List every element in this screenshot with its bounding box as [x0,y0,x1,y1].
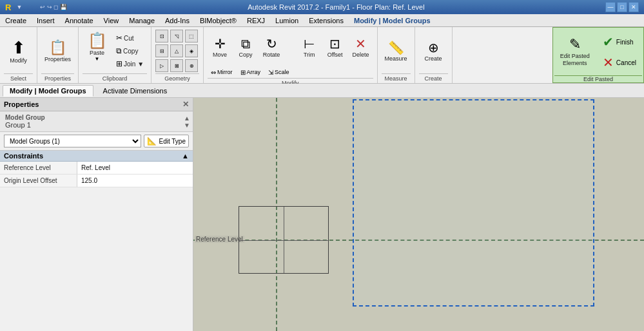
array-icon: ⊞ [240,69,246,76]
geo-btn-8[interactable]: ⊠ [170,59,183,72]
ribbon: ⬆ Modify Select 📋 Properties Properties … [0,27,644,84]
move-button[interactable]: ✛ Move [208,30,232,65]
finish-icon: ✔ [603,34,614,50]
constraints-header[interactable]: Constraints ▲ [0,151,193,162]
properties-button[interactable]: 📋 Properties [41,34,74,70]
left-rectangle [239,206,329,274]
tab-modify-model-groups[interactable]: Modify | Model Groups [3,85,93,97]
mirror-button[interactable]: ⇔ Mirror [208,66,236,78]
main-layout: Properties ✕ Model Group Group 1 ▲▼ Mode… [0,98,644,331]
menu-modify-model-groups[interactable]: Modify | Model Groups [349,14,436,26]
finish-button[interactable]: ✔ Finish [597,33,639,51]
menu-insert[interactable]: Insert [32,14,60,26]
canvas-area[interactable]: Reference Level [193,98,644,331]
measure-icon: 📏 [388,41,404,54]
menu-view[interactable]: View [99,14,124,26]
mirror-icon: ⇔ [211,69,216,76]
join-button[interactable]: ⊞ Join ▼ [113,58,147,70]
edit-type-icon: 📐 [147,137,157,146]
property-row-origin-level-offset: Origin Level Offset 125.0 [0,175,193,187]
cut-icon: ✂ [116,33,122,43]
menu-create[interactable]: Create [0,14,32,26]
copy-element-icon: ⧉ [241,37,250,50]
geo-btn-4[interactable]: ⊟ [155,44,168,57]
array-button[interactable]: ⊞ Array [237,66,264,78]
geo-btn-5[interactable]: △ [170,44,183,57]
type-info: Model Group Group 1 ▲▼ [0,111,193,132]
group-create: ⊕ Create Create [415,27,453,83]
group-geometry-label: Geometry [155,73,199,82]
tab-activate-dimensions[interactable]: Activate Dimensions [96,85,175,97]
prop-label-reference-level: Reference Level [0,162,77,174]
property-row-reference-level: Reference Level Ref. Level [0,162,193,175]
app-shell: R ▼ ↩ ↪ ◻ 💾 Autodesk Revit 2017.2 - Fami… [0,0,644,331]
geo-btn-6[interactable]: ◈ [185,44,198,57]
group-measure: 📏 Measure Measure [378,27,415,83]
offset-button[interactable]: ⊡ Offset [323,30,347,65]
menu-manage[interactable]: Manage [124,14,160,26]
geo-btn-1[interactable]: ⊡ [155,30,168,43]
group-select-label: Select [4,73,33,82]
group-clipboard: 📋 Paste ▼ ✂ Cut ⧉ Copy ⊞ Join ▼ [79,27,151,83]
app-logo: R [5,3,11,12]
menu-bar: Create Insert Annotate View Manage Add-I… [0,14,644,27]
menu-rexj[interactable]: REXJ [242,14,270,26]
copy-element-button[interactable]: ⧉ Copy [233,30,258,65]
menu-extensions[interactable]: Extensions [304,14,349,26]
copy-button[interactable]: ⧉ Copy [113,45,147,57]
prop-label-origin-level-offset: Origin Level Offset [0,175,77,187]
modify-button[interactable]: ⬆ Modify [4,34,33,70]
measure-button[interactable]: 📏 Measure [382,34,411,70]
maximize-btn[interactable]: □ [617,2,627,12]
group-geometry: ⊡ ◹ ⬚ ⊟ △ ◈ ▷ ⊠ ⊕ Geometry [151,27,204,83]
edit-type-button[interactable]: 📐 Edit Type [144,135,189,147]
properties-close-btn[interactable]: ✕ [182,100,189,109]
reference-level-label: Reference Level [195,236,244,243]
instance-name: Group 1 [5,121,188,129]
group-properties-label: Properties [41,73,74,82]
edit-pasted-elements-button[interactable]: ✎ Edit PastedElements [554,29,596,75]
geo-btn-2[interactable]: ◹ [170,30,183,43]
delete-button[interactable]: ✕ Delete [349,30,373,65]
rotate-icon: ↻ [266,37,277,50]
create-icon: ⊕ [428,41,439,54]
group-modify: ✛ Move ⧉ Copy ↻ Rotate [204,27,378,83]
menu-bimobject[interactable]: BIMobject® [195,14,242,26]
close-btn[interactable]: ✕ [629,2,639,12]
trim-button[interactable]: ⊢ Trim [297,30,322,65]
group-properties: 📋 Properties Properties [37,27,79,83]
paste-button[interactable]: 📋 Paste ▼ [83,30,112,65]
group-select: ⬆ Modify Select [0,27,37,83]
cut-button[interactable]: ✂ Cut [113,32,147,44]
menu-annotate[interactable]: Annotate [60,14,99,26]
sidebar-controls: Model Groups (1) 📐 Edit Type [0,132,193,151]
menu-addins[interactable]: Add-Ins [160,14,195,26]
right-rectangle-selected[interactable] [353,99,594,307]
geo-btn-3[interactable]: ⬚ [185,30,198,43]
cancel-button[interactable]: ✕ Cancel [597,53,642,71]
scale-button[interactable]: ⇲ Scale [265,66,293,78]
geo-btn-7[interactable]: ▷ [155,59,168,72]
rotate-button[interactable]: ↻ Rotate [259,30,284,65]
move-icon: ✛ [215,37,226,50]
group-clipboard-label: Clipboard [83,73,147,82]
group-create-label: Create [419,73,448,82]
minimize-btn[interactable]: — [605,2,616,12]
prop-value-reference-level[interactable]: Ref. Level [77,162,193,174]
offset-icon: ⊡ [329,37,340,50]
sidebar-scroll-up[interactable]: ▲▼ [184,115,190,129]
menu-lumion[interactable]: Lumion [270,14,304,26]
prop-value-origin-level-offset[interactable]: 125.0 [77,175,193,187]
create-button[interactable]: ⊕ Create [419,34,448,70]
edit-pasted-label: Edit Pasted [554,75,642,84]
paste-icon: 📋 [88,33,107,48]
model-groups-dropdown[interactable]: Model Groups (1) [4,135,141,147]
constraints-section: Constraints ▲ Reference Level Ref. Level… [0,151,193,331]
join-icon: ⊞ [116,59,122,68]
window-title: Autodesk Revit 2017.2 - Family1 - Floor … [248,3,425,11]
constraints-collapse-icon: ▲ [182,152,189,160]
scale-icon: ⇲ [268,69,273,76]
constraints-label: Constraints [4,152,43,160]
geo-btn-9[interactable]: ⊕ [185,59,198,72]
delete-icon: ✕ [355,37,366,50]
